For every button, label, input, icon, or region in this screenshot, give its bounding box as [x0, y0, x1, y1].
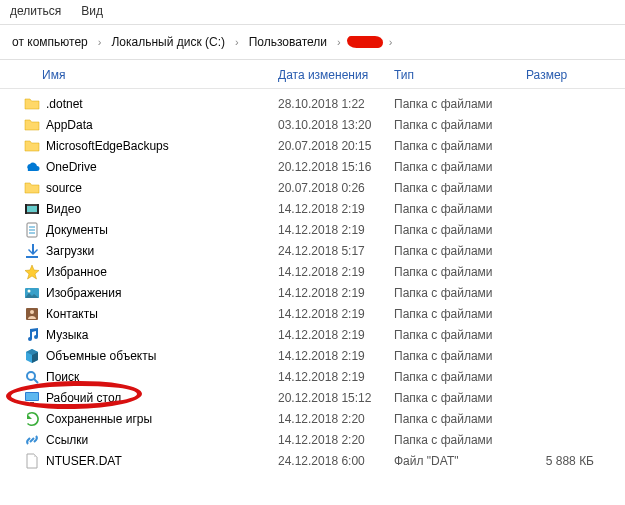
pictures-icon — [22, 285, 42, 301]
file-date: 03.10.2018 13:20 — [278, 118, 394, 132]
file-type: Папка с файлами — [394, 391, 526, 405]
download-icon — [22, 243, 42, 259]
file-type: Файл "DAT" — [394, 454, 526, 468]
file-type: Папка с файлами — [394, 202, 526, 216]
contacts-icon — [22, 306, 42, 322]
table-row[interactable]: Документы14.12.2018 2:19Папка с файлами — [0, 219, 625, 240]
file-date: 20.12.2018 15:12 — [278, 391, 394, 405]
file-name: OneDrive — [42, 160, 278, 174]
file-date: 14.12.2018 2:20 — [278, 433, 394, 447]
table-row[interactable]: Избранное14.12.2018 2:19Папка с файлами — [0, 261, 625, 282]
menu-bar: делиться Вид — [0, 0, 625, 22]
folder-icon — [22, 96, 42, 112]
docs-icon — [22, 222, 42, 238]
file-date: 24.12.2018 6:00 — [278, 454, 394, 468]
table-row[interactable]: Рабочий стол20.12.2018 15:12Папка с файл… — [0, 387, 625, 408]
music-icon — [22, 327, 42, 343]
file-date: 14.12.2018 2:19 — [278, 370, 394, 384]
file-name: AppData — [42, 118, 278, 132]
table-row[interactable]: Объемные объекты14.12.2018 2:19Папка с ф… — [0, 345, 625, 366]
table-row[interactable]: Изображения14.12.2018 2:19Папка с файлам… — [0, 282, 625, 303]
objects-icon — [22, 348, 42, 364]
file-name: Поиск — [42, 370, 278, 384]
file-name: Загрузки — [42, 244, 278, 258]
file-date: 20.12.2018 15:16 — [278, 160, 394, 174]
file-date: 20.07.2018 20:15 — [278, 139, 394, 153]
folder-icon — [22, 138, 42, 154]
table-row[interactable]: Сохраненные игры14.12.2018 2:20Папка с ф… — [0, 408, 625, 429]
file-name: Документы — [42, 223, 278, 237]
chevron-icon: › — [229, 36, 245, 48]
table-row[interactable]: Контакты14.12.2018 2:19Папка с файлами — [0, 303, 625, 324]
table-row[interactable]: .dotnet28.10.2018 1:22Папка с файлами — [0, 93, 625, 114]
crumb-username-redacted[interactable] — [347, 36, 383, 48]
file-name: .dotnet — [42, 97, 278, 111]
file-date: 14.12.2018 2:19 — [278, 223, 394, 237]
table-row[interactable]: Ссылки14.12.2018 2:20Папка с файлами — [0, 429, 625, 450]
file-date: 14.12.2018 2:19 — [278, 328, 394, 342]
file-type: Папка с файлами — [394, 223, 526, 237]
file-date: 14.12.2018 2:19 — [278, 286, 394, 300]
crumb-users[interactable]: Пользователи — [245, 33, 331, 51]
folder-icon — [22, 117, 42, 133]
menu-view[interactable]: Вид — [81, 4, 103, 18]
file-name: Рабочий стол — [42, 391, 278, 405]
file-list: .dotnet28.10.2018 1:22Папка с файламиApp… — [0, 89, 625, 475]
file-date: 14.12.2018 2:19 — [278, 202, 394, 216]
search-icon — [22, 369, 42, 385]
file-name: Музыка — [42, 328, 278, 342]
separator — [0, 59, 625, 60]
column-header-type[interactable]: Тип — [394, 68, 526, 82]
file-name: MicrosoftEdgeBackups — [42, 139, 278, 153]
table-row[interactable]: Загрузки24.12.2018 5:17Папка с файлами — [0, 240, 625, 261]
file-type: Папка с файлами — [394, 412, 526, 426]
column-header-date[interactable]: Дата изменения — [278, 68, 394, 82]
file-date: 14.12.2018 2:20 — [278, 412, 394, 426]
chevron-icon: › — [92, 36, 108, 48]
file-type: Папка с файлами — [394, 349, 526, 363]
file-date: 20.07.2018 0:26 — [278, 181, 394, 195]
saved-icon — [22, 411, 42, 427]
table-row[interactable]: MicrosoftEdgeBackups20.07.2018 20:15Папк… — [0, 135, 625, 156]
table-row[interactable]: Поиск14.12.2018 2:19Папка с файлами — [0, 366, 625, 387]
table-row[interactable]: OneDrive20.12.2018 15:16Папка с файлами — [0, 156, 625, 177]
file-date: 14.12.2018 2:19 — [278, 265, 394, 279]
table-row[interactable]: AppData03.10.2018 13:20Папка с файлами — [0, 114, 625, 135]
file-type: Папка с файлами — [394, 181, 526, 195]
menu-share[interactable]: делиться — [10, 4, 61, 18]
onedrive-icon — [22, 159, 42, 175]
folder-icon — [22, 180, 42, 196]
file-name: Объемные объекты — [42, 349, 278, 363]
file-name: Сохраненные игры — [42, 412, 278, 426]
table-row[interactable]: Музыка14.12.2018 2:19Папка с файлами — [0, 324, 625, 345]
file-type: Папка с файлами — [394, 370, 526, 384]
crumb-computer[interactable]: от компьютер — [8, 33, 92, 51]
file-type: Папка с файлами — [394, 118, 526, 132]
file-name: Избранное — [42, 265, 278, 279]
crumb-drive[interactable]: Локальный диск (C:) — [107, 33, 229, 51]
table-row[interactable]: NTUSER.DAT24.12.2018 6:00Файл "DAT"5 888… — [0, 450, 625, 471]
file-type: Папка с файлами — [394, 160, 526, 174]
column-headers: Имя Дата изменения Тип Размер — [0, 62, 625, 89]
file-name: Видео — [42, 202, 278, 216]
separator — [0, 24, 625, 25]
file-type: Папка с файлами — [394, 286, 526, 300]
file-date: 14.12.2018 2:19 — [278, 307, 394, 321]
column-header-name[interactable]: Имя — [42, 68, 278, 82]
file-type: Папка с файлами — [394, 139, 526, 153]
file-type: Папка с файлами — [394, 307, 526, 321]
chevron-icon: › — [383, 36, 399, 48]
file-date: 24.12.2018 5:17 — [278, 244, 394, 258]
breadcrumb[interactable]: от компьютер › Локальный диск (C:) › Пол… — [0, 27, 625, 57]
table-row[interactable]: source20.07.2018 0:26Папка с файлами — [0, 177, 625, 198]
file-name: Контакты — [42, 307, 278, 321]
table-row[interactable]: Видео14.12.2018 2:19Папка с файлами — [0, 198, 625, 219]
file-date: 14.12.2018 2:19 — [278, 349, 394, 363]
file-type: Папка с файлами — [394, 244, 526, 258]
file-type: Папка с файлами — [394, 265, 526, 279]
column-header-size[interactable]: Размер — [526, 68, 606, 82]
file-icon — [22, 453, 42, 469]
file-name: source — [42, 181, 278, 195]
file-name: Ссылки — [42, 433, 278, 447]
video-icon — [22, 201, 42, 217]
